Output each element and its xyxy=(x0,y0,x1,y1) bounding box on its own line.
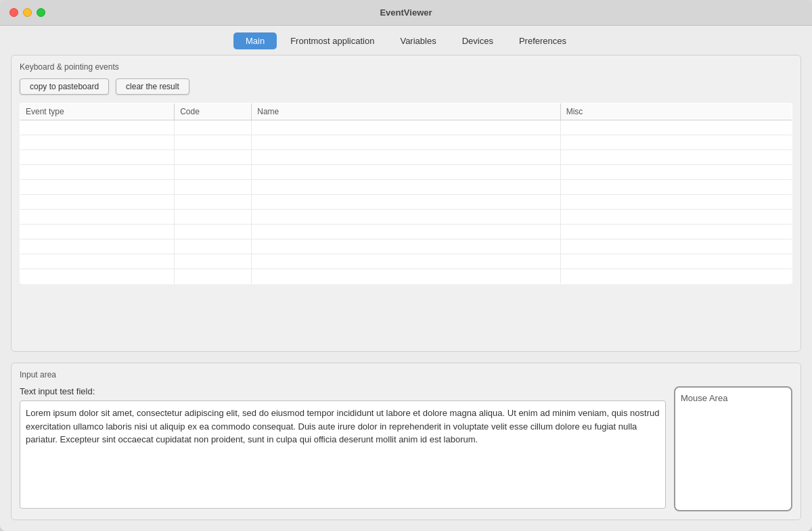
table-cell xyxy=(560,150,792,165)
table-cell xyxy=(560,239,792,254)
mouse-area-box[interactable]: Mouse Area xyxy=(674,386,792,511)
mouse-area-label: Mouse Area xyxy=(681,393,727,403)
tab-devices[interactable]: Devices xyxy=(450,32,505,49)
app-window: EventViewer Main Frontmost application V… xyxy=(0,0,812,531)
input-section-label: Input area xyxy=(20,370,792,379)
text-input-field[interactable] xyxy=(20,400,666,509)
table-row xyxy=(20,120,792,135)
table-cell xyxy=(175,120,252,135)
table-cell xyxy=(252,120,560,135)
col-header-misc: Misc xyxy=(560,103,792,120)
table-row xyxy=(20,135,792,150)
event-table: Event type Code Name Misc xyxy=(20,103,792,284)
copy-button[interactable]: copy to pasteboard xyxy=(20,78,109,95)
table-cell xyxy=(175,150,252,165)
tab-preferences[interactable]: Preferences xyxy=(507,32,579,49)
clear-button[interactable]: clear the result xyxy=(116,78,189,95)
table-cell xyxy=(252,195,560,210)
table-row xyxy=(20,165,792,180)
table-cell xyxy=(20,120,175,135)
table-cell xyxy=(560,210,792,225)
text-input-label: Text input test field: xyxy=(20,386,666,396)
minimize-button[interactable] xyxy=(23,8,32,17)
table-cell xyxy=(20,239,175,254)
table-cell xyxy=(252,180,560,195)
table-cell xyxy=(175,254,252,269)
input-area-content: Text input test field: Mouse Area xyxy=(20,386,792,511)
table-cell xyxy=(560,254,792,269)
table-cell xyxy=(560,195,792,210)
table-row xyxy=(20,150,792,165)
table-cell xyxy=(175,135,252,150)
table-cell xyxy=(175,269,252,284)
maximize-button[interactable] xyxy=(37,8,45,17)
table-cell xyxy=(560,269,792,284)
table-cell xyxy=(20,210,175,225)
table-cell xyxy=(252,269,560,284)
keyboard-button-row: copy to pasteboard clear the result xyxy=(20,78,792,95)
table-cell xyxy=(560,225,792,239)
table-row xyxy=(20,210,792,225)
table-cell xyxy=(20,269,175,284)
table-cell xyxy=(175,210,252,225)
table-cell xyxy=(175,225,252,239)
table-cell xyxy=(252,150,560,165)
tab-main[interactable]: Main xyxy=(233,32,277,49)
tab-bar: Main Frontmost application Variables Dev… xyxy=(0,26,812,55)
table-cell xyxy=(175,239,252,254)
table-cell xyxy=(20,225,175,239)
table-cell xyxy=(175,165,252,180)
input-section: Input area Text input test field: Mouse … xyxy=(11,363,801,520)
table-cell xyxy=(560,180,792,195)
col-header-name: Name xyxy=(252,103,560,120)
table-cell xyxy=(20,135,175,150)
main-content: Keyboard & pointing events copy to paste… xyxy=(0,55,812,531)
table-cell xyxy=(252,135,560,150)
close-button[interactable] xyxy=(9,8,18,17)
table-cell xyxy=(560,120,792,135)
table-cell xyxy=(560,165,792,180)
table-row xyxy=(20,254,792,269)
keyboard-section: Keyboard & pointing events copy to paste… xyxy=(11,55,801,352)
table-row xyxy=(20,225,792,239)
table-cell xyxy=(252,239,560,254)
table-cell xyxy=(20,150,175,165)
table-row xyxy=(20,269,792,284)
col-header-code: Code xyxy=(175,103,252,120)
table-cell xyxy=(175,195,252,210)
window-controls xyxy=(9,8,45,17)
table-cell xyxy=(20,195,175,210)
table-cell xyxy=(175,180,252,195)
text-input-group: Text input test field: xyxy=(20,386,666,509)
table-cell xyxy=(20,254,175,269)
keyboard-section-label: Keyboard & pointing events xyxy=(20,62,792,72)
tab-variables[interactable]: Variables xyxy=(388,32,448,49)
table-cell xyxy=(20,180,175,195)
table-cell xyxy=(252,225,560,239)
window-title: EventViewer xyxy=(380,7,432,18)
title-bar: EventViewer xyxy=(0,0,812,26)
table-cell xyxy=(252,254,560,269)
tab-frontmost[interactable]: Frontmost application xyxy=(278,32,386,49)
table-cell xyxy=(20,165,175,180)
table-cell xyxy=(252,165,560,180)
table-cell xyxy=(560,135,792,150)
table-row xyxy=(20,239,792,254)
table-cell xyxy=(252,210,560,225)
table-row xyxy=(20,180,792,195)
col-header-event-type: Event type xyxy=(20,103,175,120)
table-row xyxy=(20,195,792,210)
